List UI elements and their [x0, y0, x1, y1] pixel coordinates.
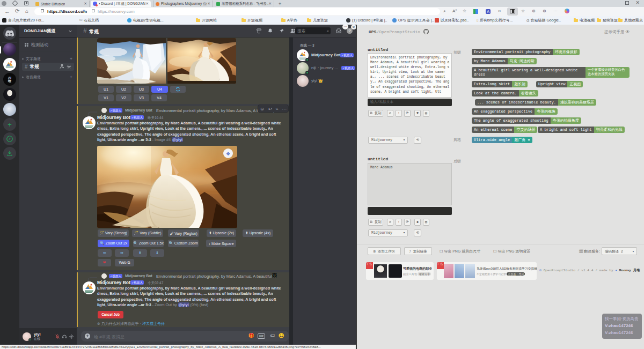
- svg-text:❖: ❖: [226, 151, 230, 157]
